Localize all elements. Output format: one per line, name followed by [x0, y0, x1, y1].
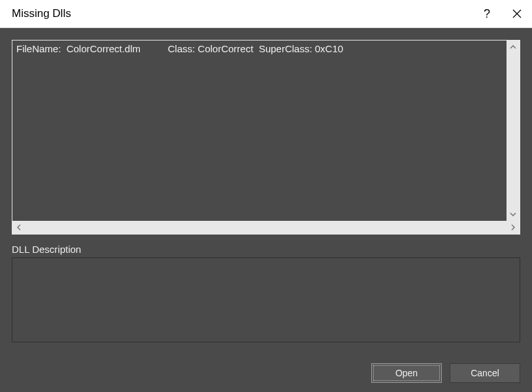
horizontal-scrollbar[interactable]	[12, 221, 520, 234]
cancel-button[interactable]: Cancel	[450, 363, 520, 383]
button-row: Open Cancel	[12, 355, 520, 383]
scroll-up-icon[interactable]	[507, 41, 520, 54]
scroll-right-icon[interactable]	[507, 221, 520, 234]
titlebar: Missing Dlls ?	[0, 0, 532, 28]
open-button[interactable]: Open	[371, 363, 442, 383]
dialog-window: Missing Dlls ? FileName: ColorCorrect.dl…	[0, 0, 532, 392]
list-body: FileName: ColorCorrect.dlm Class: ColorC…	[12, 41, 520, 221]
help-icon: ?	[484, 7, 490, 21]
scroll-left-icon[interactable]	[12, 221, 25, 234]
vertical-scrollbar[interactable]	[507, 41, 520, 221]
titlebar-title: Missing Dlls	[0, 7, 71, 20]
dll-description-label: DLL Description	[12, 244, 520, 255]
list-row[interactable]: FileName: ColorCorrect.dlm Class: ColorC…	[16, 42, 503, 56]
close-icon	[512, 9, 522, 18]
help-button[interactable]: ?	[472, 0, 502, 27]
list-content[interactable]: FileName: ColorCorrect.dlm Class: ColorC…	[12, 41, 507, 221]
scroll-down-icon[interactable]	[507, 208, 520, 221]
close-button[interactable]	[502, 0, 532, 27]
dll-description-box[interactable]	[12, 257, 520, 342]
missing-dll-list[interactable]: FileName: ColorCorrect.dlm Class: ColorC…	[12, 40, 520, 235]
client-area: FileName: ColorCorrect.dlm Class: ColorC…	[0, 28, 532, 392]
